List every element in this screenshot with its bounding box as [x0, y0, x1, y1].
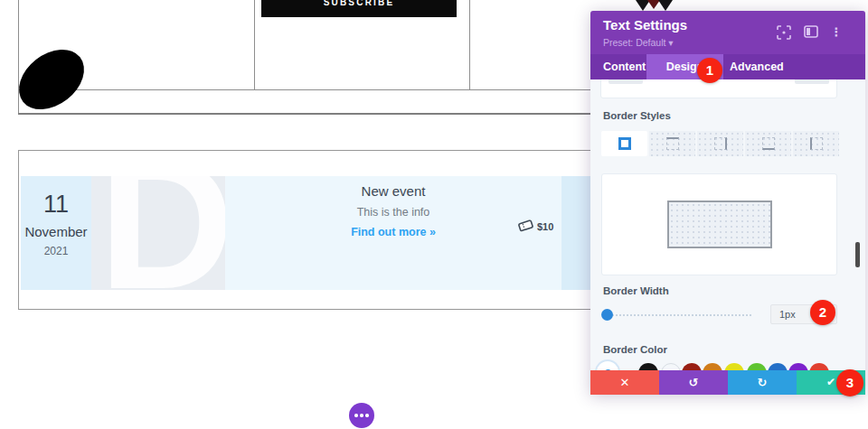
page-settings-button[interactable]	[349, 403, 374, 428]
footer-divider-2	[469, 0, 470, 90]
preset-dropdown[interactable]: Preset: Default ▾	[603, 37, 674, 48]
border-width-label: Border Width	[603, 285, 669, 296]
clipped-control-box	[600, 79, 837, 98]
ticket-icon	[518, 219, 533, 234]
event-price-value: $10	[537, 221, 553, 232]
star-spike-icon	[658, 0, 673, 11]
border-style-bottom-button[interactable]	[745, 131, 791, 156]
border-style-left-button[interactable]	[793, 131, 839, 156]
event-date-box: 11 November 2021	[21, 176, 91, 290]
color-swatch-white[interactable]	[661, 363, 681, 370]
event-info: This is the info	[225, 206, 561, 219]
border-width-slider[interactable]	[604, 314, 751, 316]
border-preview-rectangle[interactable]	[667, 201, 772, 248]
panel-tabs: Content Design Advanced	[590, 54, 865, 79]
border-bottom-icon	[762, 137, 775, 150]
color-swatch-green[interactable]	[747, 363, 767, 370]
panel-body: Border Styles Border Width 1px Border Co…	[590, 79, 865, 370]
clipped-input-stub	[795, 79, 829, 84]
border-color-label: Border Color	[603, 344, 667, 355]
panel-header[interactable]: Text Settings Preset: Default ▾ ⋮	[590, 11, 865, 54]
dots-icon	[354, 414, 358, 417]
step-badge-3: 3	[836, 369, 863, 396]
color-swatch-maroon[interactable]	[682, 363, 702, 370]
redo-button[interactable]: ↻	[728, 370, 797, 395]
panel-scrollbar-thumb[interactable]	[855, 242, 860, 267]
focus-mode-icon[interactable]	[777, 25, 791, 40]
step-badge-2: 2	[810, 300, 835, 325]
event-price: $10	[518, 219, 553, 234]
border-top-icon	[666, 137, 679, 150]
event-details: New event This is the info Find out more…	[225, 176, 561, 290]
divi-watermark: D	[99, 176, 225, 290]
color-swatch-orange[interactable]	[703, 363, 722, 370]
event-day: 11	[21, 191, 91, 218]
panel-footer: ✕ ↺ ↻ ✔	[590, 370, 865, 395]
color-swatch-blue[interactable]	[768, 363, 788, 370]
event-link[interactable]: Find out more »	[351, 226, 436, 238]
border-width-slider-thumb[interactable]	[601, 309, 613, 321]
color-swatch-red[interactable]	[809, 363, 829, 370]
text-settings-panel: Text Settings Preset: Default ▾ ⋮ Conten…	[590, 11, 865, 395]
border-style-options	[601, 131, 839, 156]
event-year: 2021	[21, 245, 91, 257]
border-right-icon	[714, 137, 727, 150]
border-left-icon	[810, 137, 823, 150]
event-month: November	[21, 224, 91, 239]
step-badge-1: 1	[697, 58, 722, 83]
tab-content[interactable]: Content	[590, 54, 646, 79]
event-thumbnail: D	[91, 176, 225, 290]
panel-title: Text Settings	[603, 17, 687, 33]
subscribe-button[interactable]: SUBSCRIBE	[261, 0, 457, 17]
clipped-input-stub	[609, 79, 643, 84]
border-style-right-button[interactable]	[697, 131, 743, 156]
color-swatch-yellow[interactable]	[724, 363, 744, 370]
kebab-menu-icon[interactable]: ⋮	[829, 25, 844, 40]
cancel-button[interactable]: ✕	[590, 370, 659, 395]
border-style-all-button[interactable]	[601, 131, 647, 156]
footer-border-left	[18, 0, 19, 115]
panel-layout-icon[interactable]	[804, 25, 818, 40]
undo-button[interactable]: ↺	[659, 370, 728, 395]
color-swatch-purple[interactable]	[788, 363, 808, 370]
event-title: New event	[225, 183, 561, 199]
subscribe-label: SUBSCRIBE	[261, 0, 457, 7]
border-style-top-button[interactable]	[649, 131, 695, 156]
border-all-icon	[618, 137, 631, 150]
color-swatch-black[interactable]	[638, 363, 658, 370]
footer-divider-1	[254, 0, 255, 90]
color-picker-button[interactable]	[595, 359, 620, 370]
decorative-oval	[7, 37, 96, 121]
border-preview-box	[601, 173, 837, 275]
border-styles-label: Border Styles	[603, 110, 671, 121]
tab-advanced[interactable]: Advanced	[723, 54, 784, 79]
